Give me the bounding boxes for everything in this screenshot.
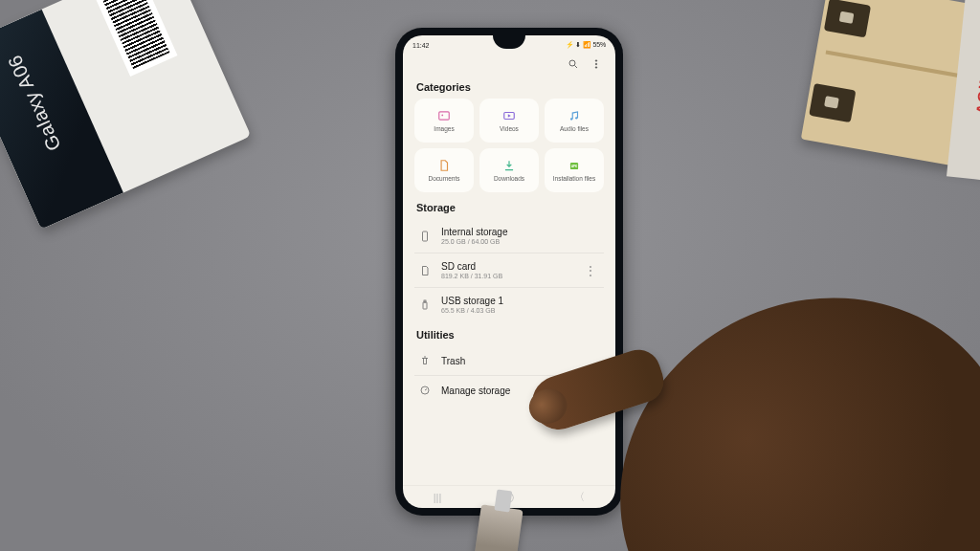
svg-point-2 [595, 60, 597, 62]
category-label: Videos [500, 125, 519, 132]
more-icon[interactable] [590, 56, 602, 74]
svg-point-0 [569, 60, 575, 66]
svg-point-10 [575, 117, 577, 119]
nav-recents-icon[interactable]: ||| [434, 492, 442, 503]
svg-text:APK: APK [571, 165, 578, 168]
storage-name: Internal storage [441, 227, 600, 237]
category-videos[interactable]: Videos [479, 99, 539, 143]
nav-back-icon[interactable]: 〈 [574, 490, 585, 504]
svg-point-6 [441, 115, 443, 117]
storage-internal[interactable]: Internal storage 25.0 GB / 64.00 GB [414, 219, 604, 253]
storage-heading: Storage [416, 202, 602, 213]
search-icon[interactable] [568, 56, 579, 74]
audio-icon [568, 109, 581, 122]
svg-rect-15 [424, 300, 426, 302]
gauge-icon [418, 384, 432, 397]
svg-marker-8 [508, 114, 511, 118]
phone-screen: 11:42 ⚡ ⬇ 📶 55% Categories Images [403, 35, 615, 508]
usb-icon [418, 298, 432, 312]
storage-sdcard[interactable]: SD card 819.2 KB / 31.91 GB ⋮ [414, 253, 604, 287]
svg-rect-14 [423, 302, 427, 309]
svg-rect-13 [423, 231, 428, 241]
storage-list: Internal storage 25.0 GB / 64.00 GB SD c… [414, 219, 604, 321]
phone-storage-icon [418, 230, 432, 243]
document-icon [437, 159, 451, 172]
sdcard-icon [418, 264, 432, 277]
utilities-heading: Utilities [416, 329, 602, 341]
category-images[interactable]: Images [414, 99, 474, 143]
product-box: Galaxy A06 [0, 0, 251, 230]
categories-heading: Categories [416, 81, 602, 93]
crate-tape-label: AGILE [973, 62, 980, 115]
status-indicators: ⚡ ⬇ 📶 55% [566, 41, 606, 49]
svg-rect-5 [439, 112, 450, 120]
svg-line-1 [575, 66, 578, 69]
download-icon [502, 159, 516, 172]
category-label: Images [434, 125, 454, 132]
wooden-crate: AGILE [801, 0, 980, 172]
category-label: Downloads [494, 175, 524, 182]
utility-name: Trash [441, 356, 600, 366]
storage-sub: 819.2 KB / 31.91 GB [441, 273, 571, 279]
sdcard-more-icon[interactable]: ⋮ [581, 264, 600, 277]
barcode [96, 0, 178, 77]
category-label: Installation files [553, 175, 595, 182]
video-icon [502, 109, 516, 122]
action-bar [403, 53, 615, 76]
category-downloads[interactable]: Downloads [479, 148, 539, 192]
storage-sub: 25.0 GB / 64.00 GB [441, 238, 600, 245]
category-documents[interactable]: Documents [414, 148, 474, 192]
svg-point-3 [595, 63, 597, 65]
category-audio[interactable]: Audio files [545, 99, 604, 143]
storage-name: USB storage 1 [441, 296, 600, 306]
storage-name: SD card [441, 261, 571, 272]
usb-adapter [472, 504, 523, 551]
status-time: 11:42 [412, 42, 430, 49]
svg-point-4 [595, 67, 597, 69]
storage-sub: 65.5 KB / 4.03 GB [441, 307, 600, 314]
category-label: Documents [429, 175, 460, 182]
category-apk[interactable]: APK Installation files [545, 148, 604, 192]
storage-usb[interactable]: USB storage 1 65.5 KB / 4.03 GB [414, 287, 604, 321]
phone-frame: 11:42 ⚡ ⬇ 📶 55% Categories Images [395, 28, 623, 516]
category-label: Audio files [560, 125, 589, 132]
content-area: Categories Images Videos [403, 76, 615, 485]
categories-grid: Images Videos Audio files [414, 99, 604, 192]
svg-point-9 [570, 118, 572, 120]
trash-icon [418, 354, 432, 367]
image-icon [437, 109, 451, 122]
apk-icon: APK [568, 159, 581, 172]
